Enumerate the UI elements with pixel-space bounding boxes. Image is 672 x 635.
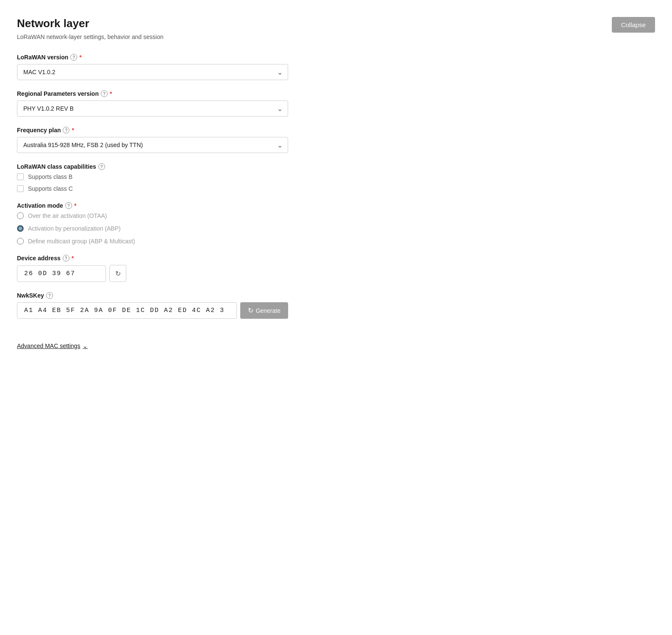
lorawan-version-select-wrapper: MAC V1.0.2 MAC V1.1 MAC V1.0.3 MAC V1.0.… [17,64,288,80]
generate-button[interactable]: ↻ Generate [240,302,288,319]
lorawan-version-select[interactable]: MAC V1.0.2 MAC V1.1 MAC V1.0.3 MAC V1.0.… [17,64,288,80]
class-b-label: Supports class B [28,173,72,180]
generate-refresh-icon: ↻ [248,306,253,315]
regional-parameters-select[interactable]: PHY V1.0.2 REV B PHY V1.0.2 REV A PHY V1… [17,101,288,116]
generate-label: Generate [256,307,280,314]
device-address-help-icon[interactable]: ? [63,255,69,262]
form-section: LoRaWAN version ? * MAC V1.0.2 MAC V1.1 … [17,54,288,349]
activation-multicast-radio[interactable] [17,238,24,245]
frequency-plan-required: * [72,127,74,134]
frequency-plan-group: Frequency plan ? * Australia 915-928 MHz… [17,127,288,153]
activation-mode-radios: Over the air activation (OTAA) Activatio… [17,212,288,245]
frequency-plan-select-wrapper: Australia 915-928 MHz, FSB 2 (used by TT… [17,137,288,153]
activation-otaa-item[interactable]: Over the air activation (OTAA) [17,212,288,219]
activation-mode-required: * [74,202,76,209]
class-b-checkbox-item[interactable]: Supports class B [17,173,288,180]
class-b-checkbox[interactable] [17,173,24,180]
activation-otaa-label: Over the air activation (OTAA) [28,212,107,219]
device-address-required: * [72,255,74,262]
page-title: Network layer [17,17,164,30]
class-c-label: Supports class C [28,185,73,192]
advanced-mac-chevron-icon: ⌄ [83,343,88,349]
device-address-row: 26 0D 39 67 ↻ [17,265,288,282]
frequency-plan-select[interactable]: Australia 915-928 MHz, FSB 2 (used by TT… [17,137,288,153]
lorawan-class-checkboxes: Supports class B Supports class C [17,173,288,192]
advanced-mac-link[interactable]: Advanced MAC settings ⌄ [17,343,88,349]
device-address-refresh-icon: ↻ [115,270,121,278]
advanced-mac-label: Advanced MAC settings [17,343,80,349]
frequency-plan-label: Frequency plan ? * [17,127,288,134]
device-address-label: Device address ? * [17,255,288,262]
lorawan-class-group: LoRaWAN class capabilities ? Supports cl… [17,163,288,192]
activation-mode-group: Activation mode ? * Over the air activat… [17,202,288,245]
regional-parameters-required: * [110,90,112,97]
nwkskey-help-icon[interactable]: ? [46,292,53,299]
activation-multicast-label: Define multicast group (ABP & Multicast) [28,238,135,245]
activation-mode-label: Activation mode ? * [17,202,288,209]
nwkskey-value: A1 A4 EB 5F 2A 9A 0F DE 1C DD A2 ED 4C A… [17,302,237,319]
header-left: Network layer LoRaWAN network-layer sett… [17,17,164,40]
lorawan-version-group: LoRaWAN version ? * MAC V1.0.2 MAC V1.1 … [17,54,288,80]
page-subtitle: LoRaWAN network-layer settings, behavior… [17,33,164,40]
activation-abp-item[interactable]: Activation by personalization (ABP) [17,225,288,232]
class-c-checkbox[interactable] [17,185,24,192]
activation-mode-help-icon[interactable]: ? [65,202,72,209]
regional-parameters-label: Regional Parameters version ? * [17,90,288,97]
device-address-value: 26 0D 39 67 [17,265,106,282]
activation-abp-radio[interactable] [17,225,24,232]
collapse-button[interactable]: Collapse [612,17,655,33]
header-row: Network layer LoRaWAN network-layer sett… [17,17,655,40]
device-address-refresh-button[interactable]: ↻ [109,265,126,282]
page-container: Network layer LoRaWAN network-layer sett… [17,17,655,349]
class-c-checkbox-item[interactable]: Supports class C [17,185,288,192]
lorawan-class-help-icon[interactable]: ? [98,163,105,170]
nwkskey-row: A1 A4 EB 5F 2A 9A 0F DE 1C DD A2 ED 4C A… [17,302,288,319]
regional-parameters-group: Regional Parameters version ? * PHY V1.0… [17,90,288,117]
device-address-group: Device address ? * 26 0D 39 67 ↻ [17,255,288,282]
activation-otaa-radio[interactable] [17,212,24,219]
regional-parameters-select-wrapper: PHY V1.0.2 REV B PHY V1.0.2 REV A PHY V1… [17,100,288,117]
regional-parameters-help-icon[interactable]: ? [101,90,108,97]
nwkskey-label: NwkSKey ? [17,292,288,299]
lorawan-version-required: * [79,54,81,61]
lorawan-version-label: LoRaWAN version ? * [17,54,288,61]
activation-abp-label: Activation by personalization (ABP) [28,225,121,232]
nwkskey-group: NwkSKey ? A1 A4 EB 5F 2A 9A 0F DE 1C DD … [17,292,288,319]
activation-multicast-item[interactable]: Define multicast group (ABP & Multicast) [17,238,288,245]
lorawan-class-label: LoRaWAN class capabilities ? [17,163,288,170]
lorawan-version-help-icon[interactable]: ? [70,54,77,61]
frequency-plan-help-icon[interactable]: ? [63,127,69,134]
